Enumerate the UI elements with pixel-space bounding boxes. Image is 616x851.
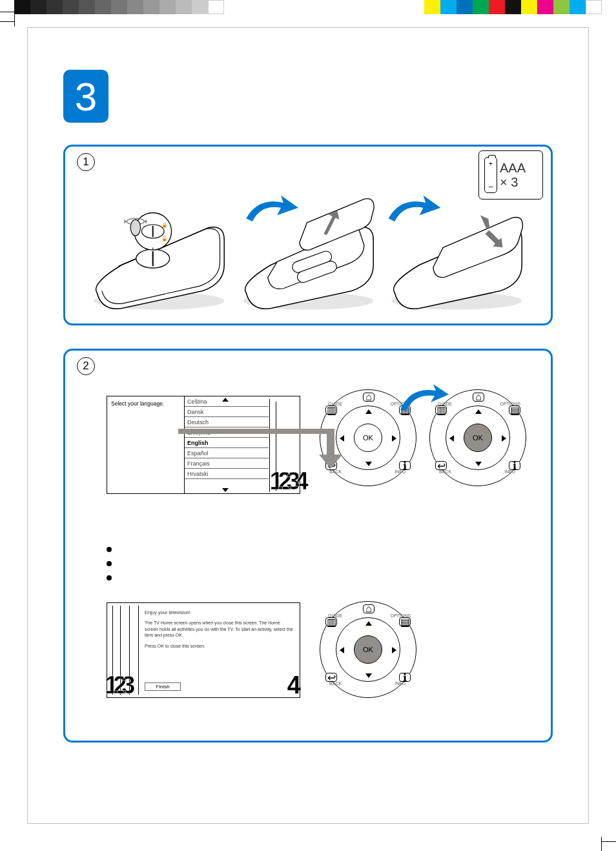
finish-heading: Enjoy your television!: [145, 610, 293, 616]
wizard-right-num: 4: [287, 672, 301, 699]
plus-icon: +: [485, 160, 497, 167]
remote-illustrations: 🔒 🔓: [85, 183, 531, 317]
home-icon: ⌂: [363, 604, 375, 613]
scroll-down-icon: [222, 488, 229, 492]
color-bar-color: [424, 0, 602, 14]
remote-close-cover: [382, 188, 531, 317]
ok-button: OK: [354, 424, 382, 452]
info-button-icon: ℹ: [399, 461, 411, 470]
nav-down-arrow: [365, 462, 372, 466]
finish-body: The TV Home screen opens when you close …: [145, 620, 293, 638]
remote-dial-confirm: GUIDE OPTIONS BACK INFO ⌂ ▥ ▤ ↩ ℹ OK: [429, 389, 526, 486]
wizard-left-nums: 123: [105, 672, 130, 699]
remote-dial-finish: GUIDE OPTIONS BACK INFO ⌂ ▥ ▤ ↩ ℹ OK: [320, 601, 416, 698]
ok-button-highlighted: OK: [354, 635, 382, 664]
finish-press-ok: Press OK to close this screen.: [145, 643, 293, 649]
language-option: Dansk: [185, 407, 269, 417]
nav-right-arrow: [392, 435, 396, 442]
finish-button: Finish: [145, 682, 181, 691]
svg-text:🔒: 🔒: [161, 221, 168, 228]
chapter-badge: 3: [63, 70, 108, 123]
color-bar-grayscale: [14, 0, 224, 14]
nav-up-arrow: [365, 409, 372, 414]
select-arrow-icon: [178, 429, 346, 474]
svg-point-10: [130, 220, 140, 236]
language-prompt: Select your language.: [107, 396, 185, 493]
remote-open-cover: 🔒 🔓: [85, 188, 234, 317]
bullet-placeholders: [107, 538, 112, 590]
panel-step-2: 2 Select your language. CeštinaDanskDeut…: [63, 349, 553, 743]
step-number-1: 1: [77, 153, 95, 171]
home-icon: ⌂: [363, 393, 375, 402]
crop-mark-bottom-right: [597, 832, 616, 851]
ok-button-highlighted: OK: [464, 424, 492, 452]
guide-button-icon: ▥: [325, 405, 337, 415]
crop-mark-top-left: [0, 12, 19, 31]
remote-insert-batteries: [234, 188, 383, 317]
finish-screen: Enjoy your television! The TV Home scree…: [107, 602, 300, 698]
language-option: Deutsch: [185, 417, 269, 427]
svg-text:🔓: 🔓: [161, 235, 168, 241]
step-number-2: 2: [77, 357, 95, 375]
panel-step-1: 1 + – AAA × 3 🔒 🔓: [63, 145, 553, 325]
home-icon: ⌂: [473, 393, 484, 402]
language-option: Ceština: [185, 396, 269, 407]
battery-type: AAA: [500, 161, 526, 175]
